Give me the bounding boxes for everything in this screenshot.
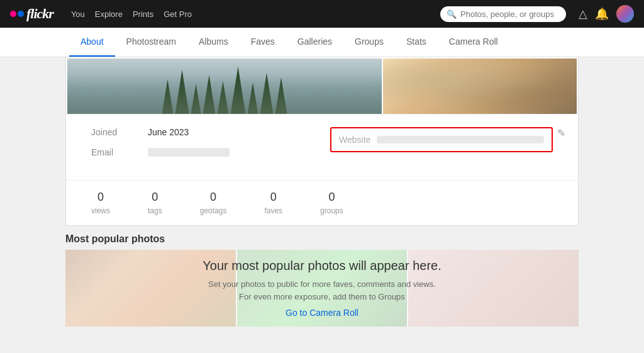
info-section: Joined June 2023 Email Website ✎ bbox=[66, 114, 578, 180]
tree-8 bbox=[260, 73, 274, 114]
joined-label: Joined bbox=[91, 127, 148, 137]
photo-strip bbox=[66, 57, 578, 114]
popular-photos-area: Your most popular photos will appear her… bbox=[65, 250, 579, 327]
nav-you[interactable]: You bbox=[71, 9, 85, 19]
stat-faves: 0 faves bbox=[264, 191, 282, 215]
tab-galleries[interactable]: Galleries bbox=[286, 28, 343, 57]
flickr-dots bbox=[10, 11, 24, 17]
photo-right bbox=[383, 59, 577, 114]
popular-overlay: Your most popular photos will appear her… bbox=[65, 250, 579, 327]
sub-nav: About Photostream Albums Faves Galleries… bbox=[0, 28, 644, 57]
email-value bbox=[148, 148, 230, 157]
dot-pink bbox=[10, 11, 16, 17]
tab-camera-roll[interactable]: Camera Roll bbox=[438, 28, 509, 57]
popular-title: Most popular photos bbox=[65, 233, 579, 245]
nav-explore[interactable]: Explore bbox=[95, 9, 123, 19]
header-icons: △ 🔔 bbox=[579, 5, 634, 23]
stat-views-number: 0 bbox=[97, 191, 104, 204]
avatar[interactable] bbox=[616, 5, 634, 23]
search-icon: 🔍 bbox=[447, 9, 457, 19]
stat-tags: 0 tags bbox=[148, 191, 162, 215]
stat-tags-number: 0 bbox=[152, 191, 158, 204]
content: Joined June 2023 Email Website ✎ 0 vi bbox=[0, 57, 644, 327]
popular-sub-text: Set your photos to public for more faves… bbox=[208, 278, 436, 303]
stat-views: 0 views bbox=[91, 191, 110, 215]
header-nav: You Explore Prints Get Pro bbox=[71, 9, 192, 19]
stat-views-label: views bbox=[91, 206, 110, 215]
trees-decoration bbox=[162, 67, 287, 114]
profile-card: Joined June 2023 Email Website ✎ 0 vi bbox=[65, 57, 579, 226]
tree-4 bbox=[203, 75, 216, 114]
tab-faves[interactable]: Faves bbox=[240, 28, 286, 57]
tree-7 bbox=[248, 82, 258, 114]
tree-6 bbox=[231, 67, 246, 114]
stats-section: 0 views 0 tags 0 geotags 0 faves 0 group… bbox=[66, 180, 578, 225]
info-left: Joined June 2023 Email bbox=[91, 127, 305, 167]
website-label: Website bbox=[339, 135, 377, 145]
photo-left bbox=[67, 59, 382, 114]
popular-main-text: Your most popular photos will appear her… bbox=[203, 259, 441, 273]
stat-groups-label: groups bbox=[320, 206, 343, 215]
email-row: Email bbox=[91, 147, 305, 157]
tree-1 bbox=[162, 79, 174, 114]
tree-3 bbox=[191, 84, 201, 114]
logo[interactable]: flickr bbox=[10, 6, 53, 22]
tab-albums[interactable]: Albums bbox=[187, 28, 240, 57]
website-box: Website bbox=[330, 127, 553, 152]
camera-roll-link[interactable]: Go to Camera Roll bbox=[286, 308, 358, 318]
tab-groups[interactable]: Groups bbox=[343, 28, 395, 57]
nav-prints[interactable]: Prints bbox=[133, 9, 153, 19]
header: flickr You Explore Prints Get Pro 🔍 △ 🔔 bbox=[0, 0, 644, 28]
joined-row: Joined June 2023 bbox=[91, 127, 305, 137]
stat-faves-number: 0 bbox=[270, 191, 277, 204]
dot-blue bbox=[18, 11, 24, 17]
nav-get-pro[interactable]: Get Pro bbox=[164, 9, 192, 19]
tree-9 bbox=[275, 77, 287, 114]
tree-5 bbox=[218, 81, 229, 114]
stat-geotags-label: geotags bbox=[200, 206, 227, 215]
search-input[interactable] bbox=[440, 6, 566, 22]
tab-about[interactable]: About bbox=[69, 28, 115, 57]
upload-icon[interactable]: △ bbox=[579, 7, 587, 21]
joined-value: June 2023 bbox=[148, 127, 189, 137]
website-value bbox=[377, 136, 544, 143]
stat-geotags: 0 geotags bbox=[200, 191, 227, 215]
popular-section: Most popular photos Your most popular ph… bbox=[65, 233, 579, 327]
stat-groups-number: 0 bbox=[328, 191, 335, 204]
bell-icon[interactable]: 🔔 bbox=[595, 7, 609, 21]
tab-photostream[interactable]: Photostream bbox=[115, 28, 187, 57]
flickr-logo-text: flickr bbox=[26, 6, 53, 22]
search-wrapper: 🔍 bbox=[440, 6, 566, 22]
edit-icon[interactable]: ✎ bbox=[557, 127, 565, 139]
tree-2 bbox=[175, 70, 189, 114]
stat-groups: 0 groups bbox=[320, 191, 343, 215]
stat-faves-label: faves bbox=[264, 206, 282, 215]
email-label: Email bbox=[91, 147, 148, 157]
stat-tags-label: tags bbox=[148, 206, 162, 215]
stat-geotags-number: 0 bbox=[210, 191, 216, 204]
info-right: Website bbox=[305, 127, 553, 152]
tab-stats[interactable]: Stats bbox=[395, 28, 438, 57]
